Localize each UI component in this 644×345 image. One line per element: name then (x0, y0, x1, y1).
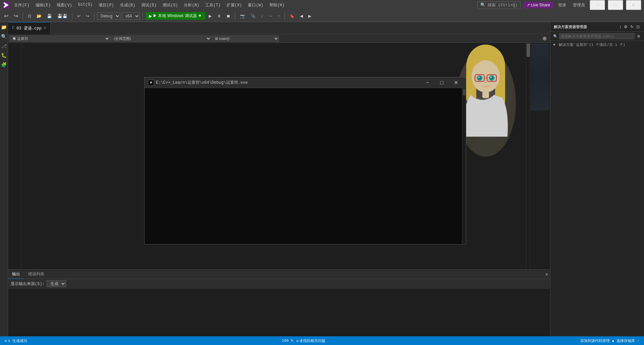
platform-select[interactable]: x64 (122, 12, 140, 20)
solution-search-options[interactable]: ⚙ (636, 34, 641, 39)
title-bar-left: 文件(F)编辑(E)视图(V)Git(G)项目(P)生成(B)调试(D)测试(S… (3, 2, 287, 9)
status-bar: ⊙ ⊙ 生成成功 100 % ⊘ 未找到相关问题 添加到源代码管理 ♠ 选择存储… (0, 336, 644, 345)
menu-item[interactable]: 分析(N) (181, 2, 202, 9)
editor-tab-active[interactable]: C 03 逻递.cpp × (8, 22, 51, 34)
toolbar-new-file[interactable]: ⊡ (26, 13, 33, 19)
solution-label[interactable]: ▼ 解决方案'运算符'(1 个项目/共 1 个) (550, 41, 644, 49)
menu-item[interactable]: Git(G) (75, 2, 95, 9)
toolbar-save[interactable]: 💾 (45, 13, 54, 19)
login-button[interactable]: 登录 (556, 2, 568, 9)
console-title: E:\C++_Learn\运算符\x64\Debug\运算符.exe (156, 80, 248, 85)
run-button[interactable]: ▶ ▶ 本地 Windows 调试器 ▼ (146, 12, 205, 20)
toolbar-undo2[interactable]: ↩ (75, 13, 83, 19)
menu-item[interactable]: 编辑(E) (33, 2, 54, 9)
editor-scrollbar[interactable] (526, 43, 530, 269)
solution-explorer-title: 解决方案资源管理器 (554, 24, 587, 29)
toolbar-attach[interactable]: 📎 (249, 13, 258, 19)
menu-item[interactable]: 扩展(X) (224, 2, 245, 9)
admin-button[interactable]: 管理员 (571, 2, 587, 9)
debug-config-select[interactable]: Debug (97, 12, 120, 20)
menu-item[interactable]: 帮助(H) (267, 2, 287, 9)
console-close[interactable]: ✕ (449, 78, 463, 87)
toolbar-camera[interactable]: 📷 (238, 13, 247, 19)
scope-select-3[interactable]: ⊞ main() (212, 36, 279, 42)
toolbar-redo2[interactable]: ↪ (84, 13, 91, 19)
menu-item[interactable]: 测试(S) (160, 2, 181, 9)
menu-item[interactable]: 文件(F) (11, 2, 32, 9)
editor-split-button[interactable]: ⊕ (540, 34, 549, 42)
toolbar-redo[interactable]: ↪ (12, 12, 20, 20)
console-titlebar-left: ■ E:\C++_Learn\运算符\x64\Debug\运算符.exe (148, 80, 248, 86)
activity-git[interactable]: ⎇ (0, 42, 8, 50)
svg-point-4 (472, 60, 500, 92)
activity-debug[interactable]: 🐛 (0, 52, 8, 59)
menu-item[interactable]: 工具(T) (203, 2, 223, 9)
close-button[interactable]: ✕ (626, 0, 641, 10)
tab-icon: C (12, 26, 14, 30)
svg-point-11 (490, 76, 493, 80)
svg-rect-2 (466, 63, 476, 103)
right-panel: 解决方案资源管理器 ↕ ⚙ ↻ ⊡ 🔍 ⚙ ▼ 解决方案'运算符'(1 个项目/… (550, 22, 644, 336)
toolbar-open[interactable]: 📂 (35, 13, 44, 19)
console-maximize[interactable]: □ (435, 78, 448, 87)
output-header: 显示输出来源(S): 生成 (8, 279, 550, 289)
minimize-button[interactable]: − (590, 0, 605, 10)
scope-select-1[interactable]: ▣ 运算符 (9, 36, 110, 42)
svg-point-1 (466, 45, 505, 88)
se-sync-button[interactable]: ↕ (618, 24, 622, 29)
svg-point-10 (478, 76, 481, 80)
toolbar: ↩ ↪ ⊡ 📂 💾 💾💾 ↩ ↪ Debug x64 ▶ ▶ 本地 Window… (0, 10, 644, 22)
scope-select-2[interactable]: (全局范围) (111, 36, 211, 42)
activity-extensions[interactable]: 🧩 (0, 61, 8, 68)
toolbar-step-over[interactable]: → (266, 13, 274, 19)
tab-close-button[interactable]: × (44, 25, 46, 31)
toolbar-stop[interactable]: ⏹ (224, 13, 232, 19)
console-output (145, 88, 462, 244)
output-close[interactable]: × (543, 271, 550, 278)
output-content (8, 289, 550, 336)
status-problems-label: 未找到相关问题 (300, 338, 325, 343)
status-zoom[interactable]: 100 % (281, 339, 294, 343)
se-properties-button[interactable]: ⚙ (623, 24, 629, 29)
activity-search[interactable]: 🔍 (0, 33, 8, 40)
toolbar-undo[interactable]: ↩ (2, 12, 10, 20)
toolbar-separator-6 (284, 12, 285, 20)
status-right-info[interactable]: 添加到源代码管理 ♠ 选择存储库 ↑ (579, 338, 641, 343)
toolbar-separator-3 (94, 12, 94, 20)
toolbar-step-out[interactable]: ↑ (276, 13, 282, 19)
live-share-button[interactable]: ↗ Live Share (523, 2, 553, 8)
toolbar-step-into[interactable]: ↓ (259, 13, 265, 19)
output-tab-output[interactable]: 输出 (8, 270, 24, 279)
solution-search-bar: 🔍 ⚙ (550, 32, 644, 41)
output-tab-errors[interactable]: 错误列表 (24, 270, 48, 278)
toolbar-prev[interactable]: ◀ (298, 13, 305, 19)
status-no-problems[interactable]: ⊘ 未找到相关问题 (295, 338, 327, 343)
menu-item[interactable]: 生成(B) (117, 2, 138, 9)
toolbar-next[interactable]: ▶ (306, 13, 313, 19)
se-refresh-button[interactable]: ↻ (629, 24, 635, 29)
console-titlebar-right: − □ ✕ (421, 78, 463, 87)
menu-item[interactable]: 项目(P) (96, 2, 117, 9)
solution-name: 解决方案'运算符'(1 个项目/共 1 个) (559, 43, 625, 47)
menu-item[interactable]: 调试(D) (139, 2, 159, 9)
solution-search-input[interactable] (559, 33, 635, 39)
status-problems-icon: ⊘ (297, 339, 299, 343)
run-label: ▶ 本地 Windows 调试器 ▼ (153, 13, 202, 19)
menu-item[interactable]: 窗口(W) (245, 2, 266, 9)
toolbar-continue[interactable]: ▶ (207, 13, 214, 19)
output-source-select[interactable]: 生成 (47, 280, 66, 287)
toolbar-pause[interactable]: ⏸ (215, 13, 223, 19)
toolbar-separator-1 (23, 12, 23, 20)
se-filter-button[interactable]: ⊡ (635, 24, 641, 29)
svg-rect-15 (482, 91, 489, 98)
toolbar-bookmark[interactable]: 🔖 (287, 13, 297, 19)
status-build-success[interactable]: ⊙ ⊙ 生成成功 (3, 338, 29, 343)
console-minimize[interactable]: − (421, 78, 434, 87)
toolbar-save-all[interactable]: 💾💾 (55, 13, 69, 19)
svg-point-8 (477, 75, 483, 81)
console-scrollbar[interactable] (462, 88, 466, 244)
menu-item[interactable]: 视图(V) (54, 2, 75, 9)
activity-explorer[interactable]: 📁 (0, 23, 8, 31)
solution-expand-icon: ▼ (553, 43, 555, 47)
maximize-button[interactable]: □ (608, 0, 623, 10)
